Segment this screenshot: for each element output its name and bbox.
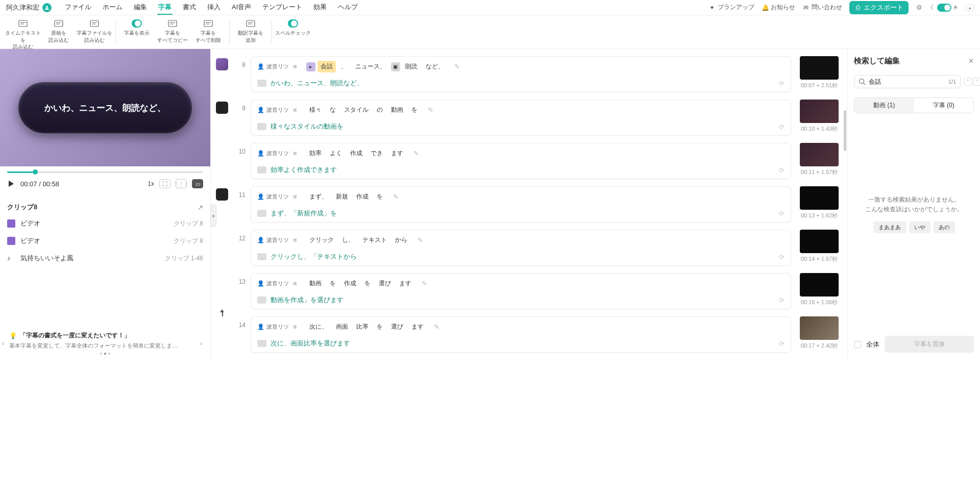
notifications-button[interactable]: 🔔 お知らせ [762,3,795,12]
tool-3[interactable]: 字幕を表示 [119,19,155,37]
crop-button[interactable]: ⛶ [159,179,170,188]
subtitle-text[interactable]: 次に、画面比率を選びます [271,339,350,348]
tip-prev-button[interactable]: ‹ [2,339,4,347]
menu-挿入[interactable]: 挿入 [206,1,222,15]
word-token[interactable]: ます [408,321,427,333]
word-token[interactable]: 、 [338,61,350,72]
search-input[interactable] [869,78,945,85]
word-token[interactable]: ます [388,147,406,159]
row-menu-icon[interactable]: ≡ [293,236,297,244]
menu-ヘルプ[interactable]: ヘルプ [337,1,359,15]
sync-icon[interactable]: ⟳ [779,253,785,261]
subtitle-card[interactable]: 👤波音リツ≡クリックし、テキストから✎クリックし、「テキストから⟳ [251,230,791,266]
clip-row[interactable]: ビデオクリップ 8 [7,232,203,250]
word-token[interactable]: 朗読 [402,61,421,72]
word-token[interactable]: 次に、 [306,321,331,333]
subtitle-card[interactable]: 👤波音リツ≡まず、新規作成を✎まず、「新規作成」を⟳ [251,186,791,223]
sync-icon[interactable]: ⟳ [779,297,785,304]
tool-6[interactable]: 翻訳字幕を追加 [233,19,268,43]
tool-7[interactable]: スペルチェック [275,19,311,37]
word-token[interactable]: 様々 [306,104,325,116]
word-token[interactable]: し、 [339,234,357,246]
tool-0[interactable]: タイムテキストを読み込む [5,19,41,51]
timeline-thumbnail[interactable] [800,273,839,297]
row-menu-icon[interactable]: ≡ [293,63,297,70]
word-token[interactable]: な [327,104,339,116]
subtitle-text[interactable]: 効率よく作成できます [271,165,337,175]
word-token[interactable]: まず、 [306,191,331,203]
word-token[interactable]: を [361,278,374,289]
suggestion-chip[interactable]: まあまあ [873,221,906,233]
timeline-thumbnail[interactable] [800,316,839,340]
tool-4[interactable]: 字幕をすべてコピー [155,19,190,43]
subtitle-text[interactable]: 動画を作成」を選びます [271,295,344,305]
timeline-thumbnail[interactable] [800,143,839,166]
menu-ホーム[interactable]: ホーム [102,1,124,15]
menu-AI音声[interactable]: AI音声 [231,1,252,15]
tab-subtitle[interactable]: 字幕 (0) [914,98,974,113]
word-token[interactable]: 作成 [353,191,372,203]
word-token[interactable]: 作成 [341,278,359,289]
subtitle-card[interactable]: 👤波音リツ≡動画を作成を選びます✎動画を作成」を選びます⟳ [251,273,791,309]
word-token[interactable]: 比率 [353,321,372,333]
subtitle-card[interactable]: 👤波音リツ≡次に、画面比率を選びます✎次に、画面比率を選びます⟳ [251,316,791,353]
sync-icon[interactable]: ⟳ [779,80,785,87]
timeline-scrubber[interactable] [0,166,210,173]
word-token[interactable]: 動画 [388,104,406,116]
word-token[interactable]: スタイル [341,104,372,116]
suggestion-chip[interactable]: あの [934,221,955,233]
word-token[interactable]: を [374,321,386,333]
sync-icon[interactable]: ⟳ [779,123,785,131]
edit-icon[interactable]: ✎ [418,236,423,244]
tab-video[interactable]: 動画 (1) [854,98,914,113]
word-token[interactable]: 選び [388,321,406,333]
word-token[interactable]: クリック [306,234,337,246]
subtitle-card[interactable]: 👤波音リツ≡様々なスタイルの動画を✎様々なスタイルの動画を⟳ [251,100,791,136]
subtitle-card[interactable]: 👤波音リツ≡効率よく作成できます✎効率よく作成できます⟳ [251,143,791,179]
tool-5[interactable]: 字幕をすべて削除 [190,19,226,43]
subtitle-card[interactable]: 👤波音リツ≡▸会話、ニュース、▣朗読など、✎かいわ、ニュース、朗読など、⟳ [251,56,791,92]
sync-icon[interactable]: ⟳ [779,340,785,348]
word-token[interactable]: ニュース、 [352,61,389,72]
video-preview[interactable]: かいわ、ニュース、朗読など、 [0,49,210,166]
replace-button[interactable]: 字幕を置換 [885,336,974,353]
word-token[interactable]: を [327,278,339,289]
grid-button[interactable]: ⋮⋮⋮ [176,179,187,188]
word-token[interactable]: など、 [423,61,447,72]
edit-icon[interactable]: ✎ [413,150,419,157]
word-token[interactable]: よく [327,147,345,159]
subtitle-text[interactable]: まず、「新規作成」を [271,209,337,218]
word-token[interactable]: から [392,234,410,246]
word-token[interactable]: 選び [376,278,394,289]
timeline-thumbnail[interactable] [800,56,839,80]
video-marker-icon[interactable]: ▸ [306,62,315,71]
menu-書式[interactable]: 書式 [182,1,197,15]
user-profile[interactable]: 阿久津和宏 [6,3,52,12]
scene-thumbnail[interactable] [216,102,228,114]
edit-icon[interactable]: ✎ [454,63,460,70]
menu-編集[interactable]: 編集 [133,1,148,15]
edit-icon[interactable]: ✎ [428,106,433,114]
tool-1[interactable]: 原稿を読み込む [41,19,77,43]
row-menu-icon[interactable]: ≡ [293,323,297,331]
edit-icon[interactable]: ✎ [393,193,399,201]
row-menu-icon[interactable]: ≡ [293,193,297,201]
export-button[interactable]: ⎙ エクスポート [849,1,909,14]
row-menu-icon[interactable]: ≡ [293,150,297,157]
word-token[interactable]: ます [396,278,414,289]
word-token[interactable]: でき [368,147,386,159]
fullscreen-button[interactable]: ▭ [192,179,203,188]
word-token[interactable]: を [408,104,421,116]
word-token[interactable]: 新規 [333,191,351,203]
word-token[interactable]: 会話 [317,61,336,72]
select-all-checkbox[interactable] [854,341,861,348]
clip-row[interactable]: ♪気持ちいいそよ風クリップ 1-46 [7,250,203,267]
subtitle-text[interactable]: かいわ、ニュース、朗読など、 [271,79,363,88]
word-token[interactable]: 画面 [333,321,351,333]
plan-upgrade-button[interactable]: ✦ プランアップ [708,3,754,12]
play-button[interactable] [7,180,15,188]
word-token[interactable]: を [374,191,386,203]
external-link-icon[interactable]: ↗ [198,204,203,211]
menu-ファイル[interactable]: ファイル [64,1,92,15]
word-token[interactable]: 作成 [347,147,365,159]
